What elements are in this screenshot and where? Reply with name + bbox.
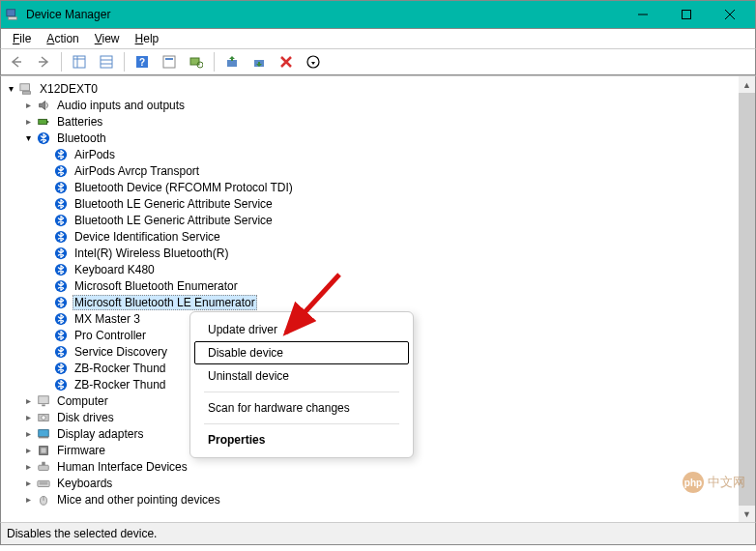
svg-rect-49 [39,465,49,470]
tree-label: Keyboards [55,477,114,490]
tree-item-bluetooth-device[interactable]: Intel(R) Wireless Bluetooth(R) [5,245,755,261]
minimize-button[interactable] [621,1,664,28]
bluetooth-icon [53,229,69,245]
svg-rect-14 [163,56,175,68]
chevron-right-icon[interactable]: ▸ [22,494,34,505]
svg-rect-1 [9,17,17,20]
chevron-right-icon[interactable]: ▸ [22,478,34,488]
ctx-disable-device[interactable]: Disable device [194,341,409,364]
tree-label: Batteries [55,115,104,129]
svg-rect-22 [23,91,31,94]
chevron-right-icon[interactable]: ▸ [22,445,34,455]
maximize-button[interactable] [664,1,708,28]
back-button[interactable] [5,50,28,73]
tree-item-bluetooth-device[interactable]: Device Identification Service [5,228,755,245]
ctx-separator [204,392,399,392]
monitor-icon [36,393,51,409]
svg-rect-46 [39,436,49,438]
tree-item-bluetooth-device[interactable]: Bluetooth Device (RFCOMM Protocol TDI) [5,179,755,195]
tree-item-bluetooth-device[interactable]: Bluetooth LE Generic Attribute Service [5,212,755,228]
tree-label: Display adapters [55,427,145,441]
tree-category-mice[interactable]: ▸ Mice and other pointing devices [5,491,755,508]
chevron-right-icon[interactable]: ▸ [22,395,34,406]
watermark: php 中文网 [683,472,745,493]
device-tree-frame: ▾ X12DEXT0 ▸ Audio inputs and outputs ▸ … [0,75,756,522]
forward-button[interactable] [32,50,55,73]
tree-label: AirPods Avrcp Transport [73,164,201,178]
details-button[interactable] [158,50,181,73]
show-hide-tree-button[interactable] [68,50,91,73]
keyboard-icon [36,476,51,491]
chevron-right-icon[interactable]: ▸ [22,116,34,127]
menu-file[interactable]: File [5,30,39,47]
tree-label: ZB-Rocker Thund [73,378,167,392]
svg-point-44 [42,415,45,419]
menu-help[interactable]: Help [128,30,167,47]
tree-item-bluetooth-device[interactable]: AirPods Avrcp Transport [5,162,755,179]
tree-label: Keyboard K480 [73,263,157,276]
tree-category-hid[interactable]: ▸ Human Interface Devices [5,458,755,475]
tree-category-audio[interactable]: ▸ Audio inputs and outputs [5,97,755,113]
ctx-update-driver[interactable]: Update driver [194,318,409,341]
svg-rect-18 [227,60,237,67]
bluetooth-icon [53,361,69,376]
computer-icon [18,81,34,97]
ctx-separator [204,423,399,424]
tree-item-bluetooth-device[interactable]: Microsoft Bluetooth LE Enumerator [5,294,755,310]
watermark-logo: php [683,472,704,493]
scan-hardware-button[interactable] [185,50,208,73]
svg-rect-6 [73,56,85,68]
menu-view[interactable]: View [87,30,128,47]
scroll-down-button[interactable]: ▼ [739,506,755,522]
disable-device-button[interactable] [247,50,271,73]
chevron-right-icon[interactable]: ▸ [22,461,34,472]
ctx-scan-hardware[interactable]: Scan for hardware changes [194,396,409,420]
list-button[interactable] [95,50,118,73]
bluetooth-icon [53,278,69,294]
audio-icon [36,98,51,113]
tree-root[interactable]: ▾ X12DEXT0 [5,80,755,97]
tree-label: Disk drives [55,411,116,424]
bluetooth-icon [53,295,69,310]
toolbar: ? [0,48,756,75]
tree-label: Bluetooth Device (RFCOMM Protocol TDI) [73,181,295,194]
tree-category-keyboards[interactable]: ▸ Keyboards [5,475,755,491]
menu-bar: File Action View Help [0,29,756,48]
tree-category-bluetooth[interactable]: ▾ Bluetooth [5,130,755,146]
bluetooth-icon [53,262,69,277]
tree-item-bluetooth-device[interactable]: AirPods [5,146,755,162]
tree-item-bluetooth-device[interactable]: Bluetooth LE Generic Attribute Service [5,195,755,212]
bluetooth-icon [53,377,69,392]
vertical-scrollbar[interactable]: ▲ ▼ [739,76,755,522]
scroll-thumb[interactable] [739,93,755,506]
tree-label: Device Identification Service [73,230,222,244]
svg-rect-3 [682,11,690,19]
chevron-down-icon[interactable]: ▾ [22,132,34,143]
update-driver-button[interactable] [220,50,244,73]
app-icon [5,7,20,22]
chevron-right-icon[interactable]: ▸ [22,428,34,439]
svg-rect-21 [20,83,30,90]
title-bar: Device Manager [0,0,756,29]
uninstall-device-button[interactable] [275,50,298,73]
chevron-right-icon[interactable]: ▸ [22,100,34,110]
help-button[interactable]: ? [131,50,154,73]
svg-rect-23 [39,119,47,124]
chevron-down-icon[interactable]: ▾ [5,83,16,94]
menu-action[interactable]: Action [39,30,86,47]
close-button[interactable] [708,1,751,28]
tree-label: ZB-Rocker Thund [73,362,167,375]
ctx-uninstall-device[interactable]: Uninstall device [194,364,409,388]
tree-category-batteries[interactable]: ▸ Batteries [5,113,755,130]
enable-device-button[interactable] [302,50,325,73]
tree-label: Microsoft Bluetooth Enumerator [73,279,240,293]
tree-label: Intel(R) Wireless Bluetooth(R) [73,246,230,260]
toolbar-separator [214,52,215,72]
ctx-properties[interactable]: Properties [194,428,409,451]
bluetooth-icon [53,344,69,360]
tree-item-bluetooth-device[interactable]: Keyboard K480 [5,261,755,277]
scroll-up-button[interactable]: ▲ [739,76,755,93]
chevron-right-icon[interactable]: ▸ [22,412,34,422]
tree-item-bluetooth-device[interactable]: Microsoft Bluetooth Enumerator [5,277,755,294]
tree-label: MX Master 3 [73,312,142,326]
